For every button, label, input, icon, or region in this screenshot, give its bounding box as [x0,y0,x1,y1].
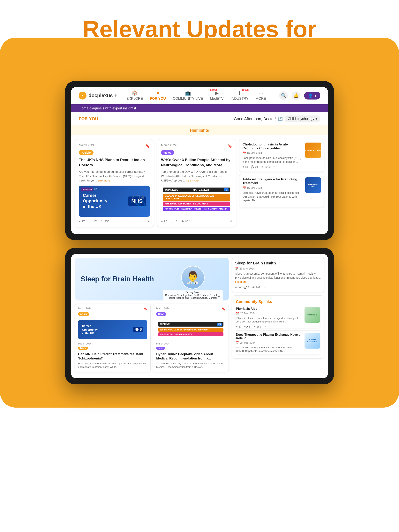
bottom-card1-excerpt: Predicting treatment-resistant schizophr… [78,362,147,369]
article-card-nhs: March 2024 🔖 Article The UK's NHS Plans … [75,139,154,227]
card2-excerpt: Top Stories of the Day WHO: Over 3 Billi… [161,170,232,183]
comment-icon-j1: 💬 [251,165,254,168]
bottom-card1-badge: Article [78,312,89,316]
partner-logo: IIT [95,188,97,190]
community-1-thumb: PITYRIASIS [304,307,320,323]
nav-medetv[interactable]: NEW ▶ MedETV [210,90,224,101]
share-button-card2[interactable]: ↗ [230,219,232,223]
bookmark-icon-bc2[interactable]: 🔖 [221,307,225,311]
community-article-1-content: Pityriasis Alba 📅 26 Mar 2024 Pityriasis… [236,307,302,328]
bookmark-icon-bc1[interactable]: 🔖 [143,307,147,311]
card2-see-more[interactable]: see more [187,179,199,182]
journal-1-thumb: CHOLEDOCHOLITHIASIS [305,143,321,158]
for-you-icon: ♥ [156,90,159,96]
c1-comments: 💬 3 [244,325,250,328]
bottom-card2-date2: March 2024 [156,342,225,345]
specialty-text: Child psychology [288,117,314,121]
bottom-news-item-2: NHS ENGLAND: PUBERTY BLOCKERS [158,332,224,336]
nav-community-live[interactable]: 📺 COMMUNITY LIVE [173,90,203,101]
sleep-likes: ♥ 46 [235,286,241,289]
greeting-text: Good Afternoon, Doctor! [234,117,276,121]
tablet-bottom: Sleep for Brain Health 👨‍⚕️ Dr. Joy Desa… [65,248,334,384]
user-menu-button[interactable]: 👤 ▾ [304,92,320,100]
community-article-1-excerpt: Pityriasis alba is a prevalent and benig… [236,317,302,323]
comment-icon-c1: 💬 [244,325,248,328]
sleep-card-wide: Sleep for Brain Health 👨‍⚕️ Dr. Joy Desa… [75,258,229,300]
news-card-who: March 2024 🔖 News WHO: Over 3 Billion Pe… [157,139,236,227]
bottom-card1-image: CareerOpportunityin the UK NHS [78,320,147,339]
notifications-button[interactable]: 🔔 [292,91,300,100]
nav-items: 🏠 EXPLORE ♥ FOR YOU 📺 COMMUNITY LIVE [126,90,270,101]
bottom-nhs-logo: NHS [133,327,143,332]
logo-area: ● docplexus ® [79,92,116,100]
journal-1-stats: ♥ 84 💬 21 👁 [243,165,303,168]
share-icon-sleep[interactable]: ↗ [263,286,265,289]
nav-medetv-label: MedETV [210,97,224,101]
bookmark-button-card1[interactable]: 🔖 [146,144,150,148]
specialty-selector[interactable]: Child psychology ▾ [285,115,320,122]
nav-more[interactable]: ⋯ MORE [256,90,266,101]
card1-see-more[interactable]: see more [98,179,110,182]
highlights-label: Highlights [190,128,209,133]
search-button[interactable]: 🔍 [279,91,288,100]
card1-stats: ♥ 97 💬 17 👁 450 [79,219,150,223]
community-article-2-date: 📅 24 Mar 2024 [236,341,302,344]
industry-badge: NEW [242,89,248,91]
bottom-card2-excerpt: Top Stories of the Day: Cyber Crime: Dee… [156,362,225,369]
highlights-bar: Highlights [71,125,328,135]
j1-likes: ♥ 84 [243,165,248,168]
nav-industry-label: INDUSTRY [231,97,249,101]
sleep-views: 👁 187 [252,286,260,289]
bookmark-button-card2[interactable]: 🔖 [228,144,232,148]
c1-views: 👁 189 [253,325,261,328]
left-col: Sleep for Brain Health 👨‍⚕️ Dr. Joy Desa… [75,258,229,375]
medetv-badge: NEW [210,89,217,91]
sleep-article-excerpt: Sleep is an essential component of life.… [235,272,321,284]
eye-icon: 👁 [101,220,103,223]
bottom-card2-badge: News [156,312,166,316]
card1-image: docplexus IIT CareerOpportunityin the UK… [79,186,150,217]
heart-icon: ♥ [79,220,81,223]
refresh-icon[interactable]: 🔄 [278,116,283,121]
top-news-date: MAR 19, 2024 [193,188,209,191]
nav-for-you-label: FOR YOU [150,97,166,101]
doctor-info: Dr. Joy Desai Consultant Neurologist and… [163,290,223,300]
sleep-see-more[interactable]: see more [235,280,246,283]
share-icon-j1[interactable]: ↗ [273,165,276,168]
sleep-stats: ♥ 46 💬 2 👁 187 [235,286,321,289]
right-col: Sleep for Brain Health 📅 25 Mar 2024 Sle… [232,258,324,375]
card2-title: WHO: Over 3 Billion People Affected by N… [161,157,232,168]
card1-likes: ♥ 97 [79,220,85,223]
share-button-card1[interactable]: ↗ [147,219,150,223]
card1-date: March 2024 [79,143,94,147]
bottom-news-header: TOP NEWS IM [158,322,224,327]
card1-excerpt: Are you interested in pursuing your care… [79,170,150,183]
bottom-news-item-1: GLOBAL PREVALENCE OF NEUROLOGICAL CONDIT… [158,328,224,332]
nav-for-you[interactable]: ♥ FOR YOU [150,90,166,101]
badge-news-card2: News [161,150,174,155]
bottom-card1-date2: March 2024 [78,342,147,345]
community-article-1-date: 📅 26 Mar 2024 [236,312,302,315]
card1-views: 👁 450 [101,220,109,223]
share-icon-c1[interactable]: ↗ [264,325,266,328]
journal-1-title: Choledocholithiasis in Acute Calculous C… [243,143,303,150]
journal-2-title: Artificial Intelligence for Predicting T… [243,177,303,185]
journal-card-2-content: Artificial Intelligence for Predicting T… [243,177,303,204]
bottom-card-nhs: March 2024 🔖 Article CareerOpportunityin… [75,304,151,372]
bottom-card1-title: Can MRI Help Predict Treatment-resistant… [78,352,147,361]
nav-explore-label: EXPLORE [126,97,143,101]
journal-2-thumb: AI IN SEPSIS MGMT [305,177,321,193]
calendar-icon-c2: 📅 [236,341,239,344]
journal-1-thumb-img: CHOLEDOCHOLITHIASIS [305,143,321,158]
bell-icon: 🔔 [293,93,299,98]
community-1-thumb-img: PITYRIASIS [304,307,320,323]
user-icon: 👤 [308,93,313,98]
nav-explore[interactable]: 🏠 EXPLORE [126,90,143,101]
eye-icon-2: 👁 [181,220,184,223]
community-article-1: Pityriasis Alba 📅 26 Mar 2024 Pityriasis… [236,307,320,328]
search-icon: 🔍 [281,93,286,98]
chevron-down-icon: ▾ [315,93,316,98]
chevron-icon: ▾ [315,117,317,121]
doctor-name: Dr. Joy Desai [165,291,220,294]
nav-industry[interactable]: NEW ℹ INDUSTRY [231,90,249,101]
